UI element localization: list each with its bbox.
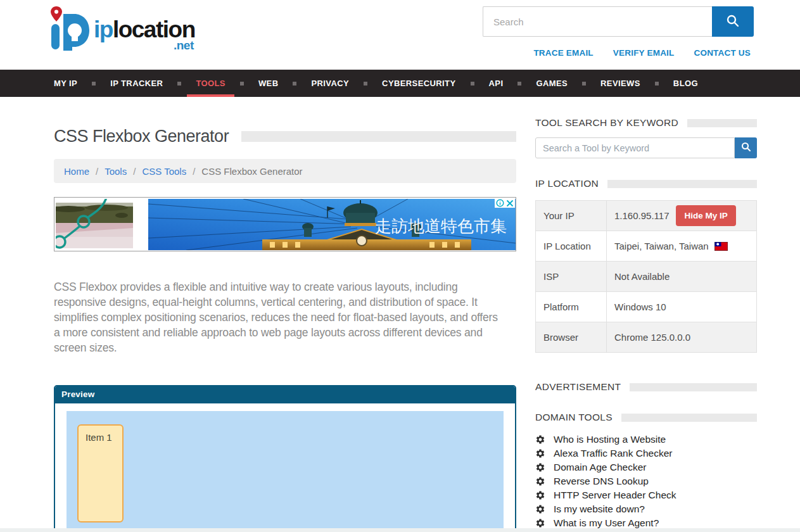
nav-separator <box>293 82 296 86</box>
table-row: IP Location Taipei, Taiwan, Taiwan <box>536 231 757 262</box>
breadcrumb-separator: / <box>193 166 195 177</box>
nav-item-tools[interactable]: TOOLS <box>187 70 234 97</box>
ad-choice-icons <box>495 198 515 208</box>
domain-tool-label: Who is Hosting a Website <box>554 434 666 445</box>
heading-bar <box>630 383 757 391</box>
breadcrumb-separator: / <box>133 166 136 177</box>
advertisement-heading: ADVERTISEMENT <box>535 381 757 393</box>
verify-email-link[interactable]: VERIFY EMAIL <box>613 48 675 58</box>
breadcrumb-separator: / <box>96 166 98 177</box>
row-label: IP Location <box>536 231 607 262</box>
row-label: Browser <box>536 322 607 353</box>
ip-location-heading: IP LOCATION <box>535 178 757 189</box>
logo-pin-icon <box>46 4 92 60</box>
domain-tool-label: Is my website down? <box>554 504 645 515</box>
nav-separator <box>177 82 181 86</box>
table-row: Browser Chrome 125.0.0.0 <box>536 322 757 353</box>
search-icon <box>740 141 752 155</box>
domain-tool-link[interactable]: Domain Age Checker <box>535 460 757 474</box>
ad-headline: 走訪地道特色市集 <box>375 217 507 236</box>
row-label: Platform <box>536 292 607 322</box>
heading-bar <box>621 414 757 422</box>
isp-value: Not Available <box>607 262 757 292</box>
gear-icon <box>535 518 545 528</box>
gear-icon <box>535 490 545 500</box>
contact-us-link[interactable]: CONTACT US <box>694 48 751 58</box>
domain-tool-link[interactable]: Who is Hosting a Website <box>535 433 757 446</box>
title-decorative-bar <box>241 131 516 142</box>
platform-value: Windows 10 <box>607 292 757 322</box>
domain-tool-link[interactable]: Reverse DNS Lookup <box>535 474 757 488</box>
nav-item-games[interactable]: GAMES <box>527 70 576 97</box>
breadcrumb-css-tools[interactable]: CSS Tools <box>142 166 186 177</box>
site-search-button[interactable] <box>712 6 754 37</box>
row-label: ISP <box>536 262 607 292</box>
breadcrumb-tools[interactable]: Tools <box>105 166 127 177</box>
nav-item-cybersecurity[interactable]: CYBERSECURITY <box>373 70 464 97</box>
nav-separator <box>655 82 659 86</box>
domain-tool-label: What is my User Agent? <box>554 517 659 529</box>
gear-icon <box>535 504 545 514</box>
heading-bar <box>687 119 757 127</box>
domain-tool-link[interactable]: Is my website down? <box>535 502 757 516</box>
breadcrumb-home[interactable]: Home <box>64 166 89 177</box>
nav-item-my-ip[interactable]: MY IP <box>45 70 86 97</box>
site-search-input[interactable] <box>483 6 712 37</box>
domain-tool-label: HTTP Server Header Check <box>554 490 676 501</box>
flexbox-preview-item-1[interactable]: Item 1 <box>77 424 124 522</box>
preview-header: Preview <box>55 386 515 403</box>
domain-tool-link[interactable]: Alexa Traffic Rank Checker <box>535 446 757 460</box>
taiwan-flag-icon <box>714 242 728 251</box>
table-row: Platform Windows 10 <box>536 292 757 322</box>
nav-separator <box>92 82 96 86</box>
logo-wordmark: iplocation .net <box>94 18 195 60</box>
tool-search-input[interactable] <box>535 137 735 158</box>
nav-separator <box>240 82 244 86</box>
page-title: CSS Flexbox Generator <box>54 127 229 146</box>
domain-tool-link[interactable]: HTTP Server Header Check <box>535 488 757 502</box>
ip-location-table: Your IP 1.160.95.117 Hide My IP IP Locat… <box>535 200 757 353</box>
ad-left-image <box>56 199 136 253</box>
trace-email-link[interactable]: TRACE EMAIL <box>533 48 593 58</box>
footer-band <box>0 528 800 532</box>
nav-separator <box>471 82 474 86</box>
tool-search <box>535 137 757 158</box>
gear-icon <box>535 462 545 472</box>
ad-banner[interactable]: 走訪地道特色市集 <box>54 197 516 251</box>
nav-item-ip-tracker[interactable]: IP TRACKER <box>101 70 172 97</box>
nav-item-privacy[interactable]: PRIVACY <box>302 70 358 97</box>
nav-separator <box>517 82 521 86</box>
nav-item-blog[interactable]: BLOG <box>664 70 707 97</box>
table-row: ISP Not Available <box>536 262 757 292</box>
hide-my-ip-button[interactable]: Hide My IP <box>676 205 735 226</box>
ip-location-value: Taipei, Taiwan, Taiwan <box>614 241 709 251</box>
domain-tool-label: Domain Age Checker <box>554 462 646 473</box>
heading-bar <box>607 180 757 188</box>
domain-tool-label: Alexa Traffic Rank Checker <box>554 448 673 459</box>
ad-info-icon[interactable] <box>495 198 505 208</box>
nav-item-reviews[interactable]: REVIEWS <box>592 70 649 97</box>
tool-search-heading: TOOL SEARCH BY KEYWORD <box>535 117 757 129</box>
nav-item-api[interactable]: API <box>480 70 512 97</box>
your-ip-value: 1.160.95.117 <box>614 210 669 221</box>
site-header: iplocation .net TRACE EMAIL VERIFY EMAIL… <box>0 0 800 70</box>
search-icon <box>725 13 740 30</box>
browser-value: Chrome 125.0.0.0 <box>607 322 757 353</box>
tool-search-button[interactable] <box>735 137 757 158</box>
gear-icon <box>535 448 545 459</box>
site-logo[interactable]: iplocation .net <box>46 4 195 60</box>
main-content: CSS Flexbox Generator Home / Tools / CSS… <box>54 97 516 532</box>
breadcrumb: Home / Tools / CSS Tools / CSS Flexbox G… <box>54 159 516 183</box>
domain-tools-list: Who is Hosting a Website Alexa Traffic R… <box>535 433 757 530</box>
preview-card: Preview Item 1 <box>54 385 516 532</box>
flexbox-preview-container: Item 1 <box>67 411 504 532</box>
main-nav: MY IP IP TRACKER TOOLS WEB PRIVACY CYBER… <box>0 70 800 97</box>
nav-separator <box>364 82 367 86</box>
ad-close-icon[interactable] <box>505 198 515 208</box>
nav-item-web[interactable]: WEB <box>250 70 288 97</box>
breadcrumb-current: CSS Flexbox Generator <box>201 166 302 177</box>
domain-tool-label: Reverse DNS Lookup <box>554 476 649 487</box>
ad-right-image: 走訪地道特色市集 <box>148 199 516 253</box>
gear-icon <box>535 434 545 445</box>
gear-icon <box>535 476 545 486</box>
